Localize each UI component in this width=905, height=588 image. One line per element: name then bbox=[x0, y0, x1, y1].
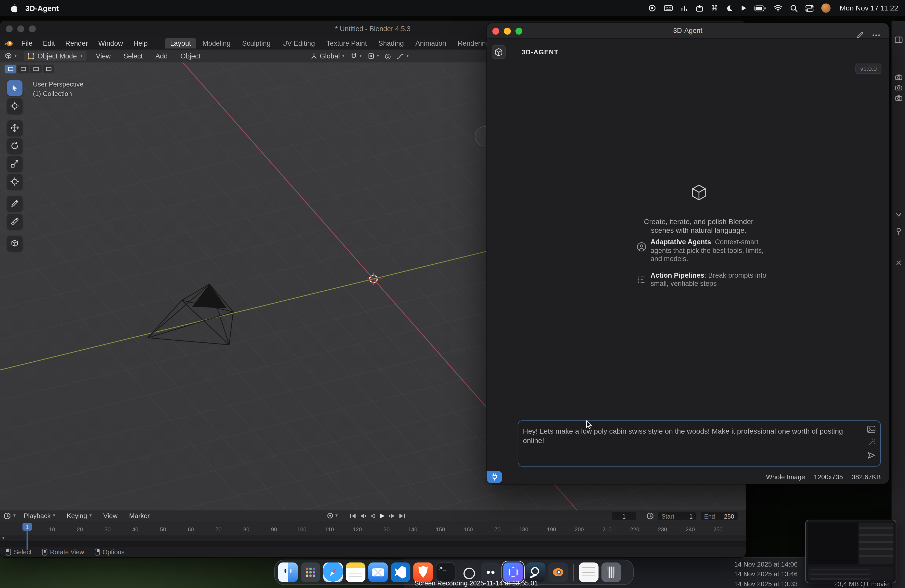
chevron-down-icon[interactable] bbox=[895, 213, 902, 217]
menu-file[interactable]: File bbox=[19, 39, 35, 48]
attach-image-icon[interactable] bbox=[867, 426, 876, 433]
apple-logo-icon[interactable] bbox=[9, 3, 17, 13]
workspace-tab-uv-editing[interactable]: UV Editing bbox=[277, 38, 320, 48]
timeline-ruler[interactable]: 1 10203040506070809010011012013014015016… bbox=[0, 521, 746, 535]
start-frame-field[interactable]: Start 1 bbox=[658, 512, 696, 520]
close-button[interactable] bbox=[492, 28, 499, 35]
zoom-button[interactable] bbox=[516, 28, 522, 35]
workspace-tab-layout[interactable]: Layout bbox=[165, 38, 196, 48]
camera-icon[interactable] bbox=[894, 95, 902, 101]
recording-preview-window[interactable] bbox=[805, 520, 897, 583]
collapse-arrow-icon[interactable]: ◂ bbox=[2, 535, 4, 540]
falloff-select[interactable]: ▾ bbox=[397, 53, 409, 59]
viewport-menu-select[interactable]: Select bbox=[121, 51, 145, 60]
cursor-tool[interactable] bbox=[7, 98, 22, 114]
timeline-track[interactable]: ◂ bbox=[0, 535, 746, 542]
scale-tool[interactable] bbox=[7, 156, 22, 172]
clock-icon[interactable] bbox=[646, 512, 654, 520]
active-app-name[interactable]: 3D-Agent bbox=[25, 4, 59, 13]
mode-select[interactable]: Object Mode ▾ bbox=[24, 51, 87, 61]
dock-blender-icon[interactable] bbox=[548, 563, 568, 582]
screen-record-icon[interactable] bbox=[648, 4, 656, 12]
menu-edit[interactable]: Edit bbox=[41, 39, 57, 48]
measure-tool[interactable] bbox=[7, 214, 22, 229]
workspace-tab-texture-paint[interactable]: Texture Paint bbox=[321, 38, 372, 48]
blender-window-controls[interactable] bbox=[6, 25, 36, 32]
play-reverse-icon[interactable] bbox=[370, 513, 376, 518]
dock-vscode-icon[interactable] bbox=[391, 563, 410, 582]
snap-target-button[interactable]: ▾ bbox=[368, 52, 379, 59]
prev-keyframe-icon[interactable] bbox=[360, 513, 367, 518]
minimize-button[interactable] bbox=[17, 25, 24, 32]
spotlight-search-icon[interactable] bbox=[790, 4, 797, 12]
connection-button[interactable] bbox=[487, 471, 502, 483]
control-center-icon[interactable] bbox=[805, 4, 814, 12]
annotate-tool[interactable] bbox=[7, 196, 22, 211]
dock-launchpad-icon[interactable] bbox=[301, 563, 321, 582]
rotate-tool[interactable] bbox=[7, 138, 22, 154]
dock-trash-icon[interactable] bbox=[602, 563, 621, 582]
dock-discord-icon[interactable] bbox=[481, 563, 500, 582]
activity-icon[interactable] bbox=[680, 5, 687, 11]
timeline-editor-type-button[interactable]: ▾ bbox=[3, 512, 16, 519]
timeline-menu-view[interactable]: View bbox=[101, 512, 120, 520]
dock-finder-icon[interactable] bbox=[278, 563, 298, 582]
editor-type-button[interactable]: ▾ bbox=[5, 52, 17, 59]
sidebar-toggle-icon[interactable] bbox=[894, 37, 902, 43]
close-button[interactable] bbox=[6, 25, 13, 32]
jump-to-end-icon[interactable] bbox=[399, 513, 405, 518]
current-frame-field[interactable]: 1 bbox=[612, 512, 636, 520]
dock-obs-icon[interactable] bbox=[458, 563, 478, 582]
viewport-menu-view[interactable]: View bbox=[94, 51, 113, 60]
proportional-edit-toggle[interactable]: ◎ bbox=[385, 52, 391, 60]
jump-to-start-icon[interactable] bbox=[350, 513, 356, 518]
select-mode-set[interactable] bbox=[5, 65, 16, 73]
extension-icon[interactable] bbox=[695, 4, 703, 12]
blender-logo-icon[interactable] bbox=[5, 40, 13, 47]
dock-terminal-icon[interactable] bbox=[436, 563, 455, 582]
viewport-menu-object[interactable]: Object bbox=[178, 51, 203, 60]
magic-wand-icon[interactable] bbox=[867, 438, 875, 447]
playhead[interactable]: 1 bbox=[22, 523, 32, 531]
command-icon[interactable]: ⌘ bbox=[711, 4, 718, 12]
minimize-button[interactable] bbox=[504, 28, 511, 35]
menubar-clock[interactable]: Mon Nov 17 11:22 bbox=[840, 4, 898, 12]
dock-3d-agent-icon[interactable] bbox=[503, 563, 523, 582]
battery-icon[interactable] bbox=[754, 5, 766, 11]
auto-keying-toggle[interactable]: ▾ bbox=[327, 510, 338, 521]
end-frame-field[interactable]: End 250 bbox=[701, 512, 738, 520]
dock-safari-icon[interactable] bbox=[323, 563, 343, 582]
camera-icon[interactable] bbox=[894, 84, 902, 91]
wifi-icon[interactable] bbox=[773, 5, 783, 11]
viewport-menu-add[interactable]: Add bbox=[153, 51, 170, 60]
select-mode-subtract[interactable] bbox=[30, 65, 41, 73]
select-mode-invert[interactable] bbox=[43, 65, 54, 73]
send-icon[interactable] bbox=[867, 452, 876, 459]
dock-steam-icon[interactable] bbox=[526, 563, 545, 582]
dock-notes-icon[interactable] bbox=[346, 563, 365, 582]
orientation-select[interactable]: Global ▾ bbox=[310, 52, 345, 60]
edit-pencil-icon[interactable] bbox=[856, 31, 864, 39]
menu-render[interactable]: Render bbox=[63, 39, 90, 48]
menu-window[interactable]: Window bbox=[96, 39, 125, 48]
user-avatar[interactable] bbox=[821, 3, 830, 13]
more-options-icon[interactable] bbox=[872, 33, 881, 37]
prompt-input[interactable]: Hey! Lets make a low poly cabin swiss st… bbox=[518, 421, 880, 466]
timeline-menu-playback[interactable]: Playback▾ bbox=[21, 512, 58, 520]
camera-icon[interactable] bbox=[894, 74, 902, 80]
move-tool[interactable] bbox=[7, 120, 22, 136]
timeline-menu-keying[interactable]: Keying▾ bbox=[65, 512, 94, 520]
play-status-icon[interactable] bbox=[740, 5, 747, 11]
zoom-button[interactable] bbox=[29, 25, 36, 32]
select-mode-extend[interactable] bbox=[17, 65, 29, 73]
close-icon[interactable] bbox=[895, 260, 902, 266]
dock-brave-icon[interactable] bbox=[413, 563, 433, 582]
timeline-menu-marker[interactable]: Marker bbox=[127, 512, 152, 520]
keyboard-icon[interactable] bbox=[664, 5, 673, 11]
workspace-tab-modeling[interactable]: Modeling bbox=[197, 38, 236, 48]
play-icon[interactable] bbox=[379, 513, 385, 518]
dock-mail-icon[interactable] bbox=[368, 563, 388, 582]
dark-mode-icon[interactable] bbox=[726, 4, 733, 12]
workspace-tab-sculpting[interactable]: Sculpting bbox=[237, 38, 276, 48]
select-box-tool[interactable] bbox=[7, 80, 22, 96]
